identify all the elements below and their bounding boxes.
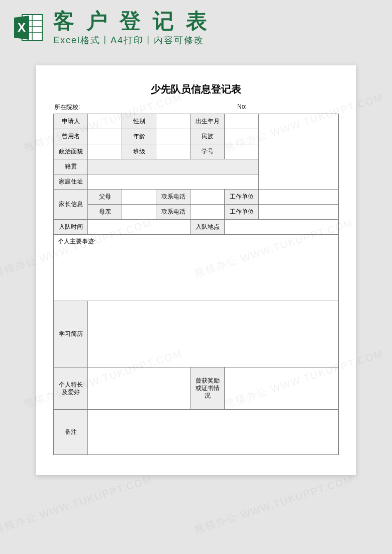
table-row: 学习简历 [54, 301, 339, 367]
table-row: 个人主要事迹: [54, 235, 339, 301]
value-join-place [225, 220, 339, 235]
banner-text: 客户登记表 Excel格式丨A4打印丨内容可修改 [53, 9, 377, 46]
table-row: 入队时间 入队地点 [54, 220, 339, 235]
value-applicant [88, 114, 122, 129]
label-gender: 性别 [122, 114, 156, 129]
label-father-work: 工作单位 [225, 190, 259, 205]
label-remarks: 备注 [54, 410, 88, 455]
banner-header: X 客户登记表 Excel格式丨A4打印丨内容可修改 [0, 0, 392, 50]
value-awards [225, 367, 339, 410]
label-student-no: 学号 [190, 144, 225, 159]
label-native-place: 籍贯 [54, 159, 88, 174]
value-father-phone [190, 190, 225, 205]
value-remarks [88, 410, 339, 455]
document-page: 少先队员信息登记表 所在院校: No: 申请人 性别 出生年月 曾用名 年龄 民… [36, 65, 356, 475]
label-study-cv: 学习简历 [54, 301, 88, 367]
value-father-work [259, 190, 339, 205]
registration-table: 申请人 性别 出生年月 曾用名 年龄 民族 政治面貌 班级 学号 [53, 114, 339, 455]
table-row: 母亲 联系电话 工作单位 [54, 205, 339, 220]
label-applicant: 申请人 [54, 114, 88, 129]
label-age: 年龄 [122, 129, 156, 144]
label-mother-work: 工作单位 [225, 205, 259, 220]
value-ethnicity [225, 129, 259, 144]
watermark-text: 熊猫办公 WWW.TUKUPPT.COM [193, 473, 355, 537]
label-ethnicity: 民族 [190, 129, 225, 144]
table-row: 备注 [54, 410, 339, 455]
banner-subtitle: Excel格式丨A4打印丨内容可修改 [53, 34, 377, 46]
value-mother-work [259, 205, 339, 220]
value-class [156, 144, 190, 159]
label-father: 父母 [88, 190, 122, 205]
value-hobbies [88, 367, 190, 410]
excel-icon: X [12, 12, 44, 44]
label-former-name: 曾用名 [54, 129, 88, 144]
label-main-deeds: 个人主要事迹: [54, 235, 339, 301]
label-parent-info: 家长信息 [54, 190, 88, 220]
label-hobbies: 个人特长 及爱好 [54, 367, 88, 410]
value-birth [225, 114, 259, 129]
banner-title: 客户登记表 [53, 9, 377, 33]
value-father-name [122, 190, 156, 205]
label-awards: 曾获奖励 或证书情况 [190, 367, 225, 410]
label-class: 班级 [122, 144, 156, 159]
meta-row: 所在院校: No: [53, 103, 339, 112]
label-political: 政治面貌 [54, 144, 88, 159]
svg-text:X: X [18, 21, 26, 34]
value-home-addr [88, 174, 259, 190]
label-father-phone: 联系电话 [156, 190, 190, 205]
label-home-addr: 家庭住址 [54, 174, 88, 190]
value-mother-name [122, 205, 156, 220]
label-birth: 出生年月 [190, 114, 225, 129]
table-row: 家长信息 父母 联系电话 工作单位 [54, 190, 339, 205]
value-age [156, 129, 190, 144]
value-former-name [88, 129, 122, 144]
label-join-place: 入队地点 [190, 220, 225, 235]
form-title: 少先队员信息登记表 [53, 82, 339, 96]
table-row: 个人特长 及爱好 曾获奖励 或证书情况 [54, 367, 339, 410]
value-student-no [225, 144, 259, 159]
value-mother-phone [190, 205, 225, 220]
value-political [88, 144, 122, 159]
value-gender [156, 114, 190, 129]
value-join-time [88, 220, 190, 235]
label-mother-phone: 联系电话 [156, 205, 190, 220]
table-row: 申请人 性别 出生年月 [54, 114, 339, 129]
photo-area [259, 114, 339, 190]
label-mother: 母亲 [88, 205, 122, 220]
meta-school-label: 所在院校: [54, 103, 237, 112]
value-study-cv [88, 301, 339, 367]
watermark-text: 熊猫办公 WWW.TUKUPPT.COM [0, 473, 154, 537]
value-native-place [88, 159, 259, 174]
meta-no-label: No: [237, 103, 338, 112]
label-join-time: 入队时间 [54, 220, 88, 235]
